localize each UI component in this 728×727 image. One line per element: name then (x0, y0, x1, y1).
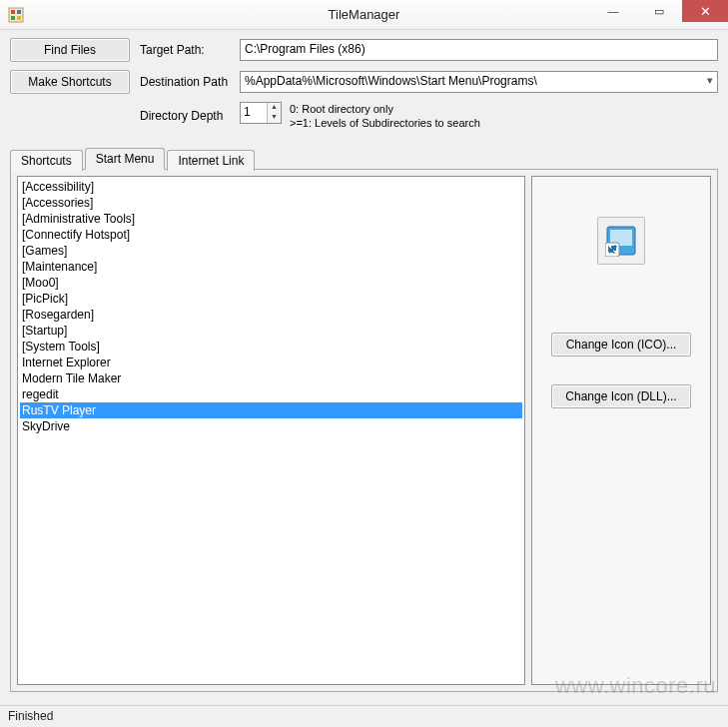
right-pane: Change Icon (ICO)... Change Icon (DLL)..… (531, 176, 711, 685)
target-path-label: Target Path: (140, 43, 230, 57)
list-item[interactable]: Modern Tile Maker (20, 370, 522, 386)
tab-start-menu[interactable]: Start Menu (85, 148, 166, 170)
app-icon (8, 7, 24, 23)
close-button[interactable]: ✕ (682, 0, 728, 22)
window-controls: — ▭ ✕ (590, 0, 728, 22)
list-item[interactable]: RusTV Player (20, 402, 522, 418)
tab-shortcuts[interactable]: Shortcuts (10, 150, 83, 171)
tab-internet-link[interactable]: Internet Link (167, 150, 255, 171)
list-item[interactable]: [Rosegarden] (20, 307, 522, 323)
list-item[interactable]: Internet Explorer (20, 355, 522, 370)
list-item[interactable]: SkyDrive (20, 418, 522, 434)
icon-preview (597, 217, 645, 265)
destination-path-combo[interactable]: %AppData%\Microsoft\Windows\Start Menu\P… (240, 71, 718, 93)
depth-hint-line2: >=1: Levels of Subdirectories to search (290, 116, 480, 130)
change-icon-dll-button[interactable]: Change Icon (DLL)... (551, 384, 691, 408)
tabstrip: Shortcuts Start Menu Internet Link (10, 148, 718, 170)
status-text: Finished (8, 709, 53, 723)
directory-depth-spinner[interactable]: 1 ▲ ▼ (240, 102, 282, 124)
list-item[interactable]: [Connectify Hotspot] (20, 227, 522, 243)
list-item[interactable]: [Accessories] (20, 195, 522, 211)
find-files-button[interactable]: Find Files (10, 38, 130, 62)
minimize-button[interactable]: — (590, 0, 636, 22)
make-shortcuts-button[interactable]: Make Shortcuts (10, 70, 130, 94)
svg-rect-4 (17, 16, 21, 20)
shortcut-icon (605, 225, 637, 257)
tabs: Shortcuts Start Menu Internet Link [Acce… (10, 148, 718, 692)
listbox[interactable]: [Accessibility][Accessories][Administrat… (17, 176, 525, 685)
destination-path-label: Destination Path (140, 75, 230, 89)
list-item[interactable]: [Administrative Tools] (20, 211, 522, 227)
list-item[interactable]: [Maintenance] (20, 259, 522, 275)
spinner-up-icon[interactable]: ▲ (268, 103, 281, 113)
spinner-down-icon[interactable]: ▼ (268, 113, 281, 123)
svg-rect-1 (11, 10, 15, 14)
statusbar: Finished (0, 705, 728, 727)
target-path-input[interactable]: C:\Program Files (x86) (240, 39, 718, 61)
list-item[interactable]: [Accessibility] (20, 179, 522, 195)
list-item[interactable]: [PicPick] (20, 291, 522, 307)
directory-depth-value[interactable]: 1 (241, 103, 267, 123)
svg-rect-3 (11, 16, 15, 20)
list-item[interactable]: [Startup] (20, 323, 522, 339)
maximize-button[interactable]: ▭ (636, 0, 682, 22)
tab-page: [Accessibility][Accessories][Administrat… (10, 169, 718, 692)
list-item[interactable]: regedit (20, 386, 522, 402)
list-item[interactable]: [Games] (20, 243, 522, 259)
depth-hint-line1: 0: Root directory only (290, 102, 480, 116)
titlebar: TileManager — ▭ ✕ (0, 0, 728, 30)
list-item[interactable]: [System Tools] (20, 339, 522, 355)
directory-depth-label: Directory Depth (140, 109, 230, 123)
window-body: Find Files Target Path: C:\Program Files… (0, 30, 728, 705)
top-controls: Find Files Target Path: C:\Program Files… (10, 38, 718, 130)
svg-rect-2 (17, 10, 21, 14)
directory-depth-hint: 0: Root directory only >=1: Levels of Su… (290, 102, 480, 130)
change-icon-ico-button[interactable]: Change Icon (ICO)... (551, 333, 691, 357)
list-item[interactable]: [Moo0] (20, 275, 522, 291)
